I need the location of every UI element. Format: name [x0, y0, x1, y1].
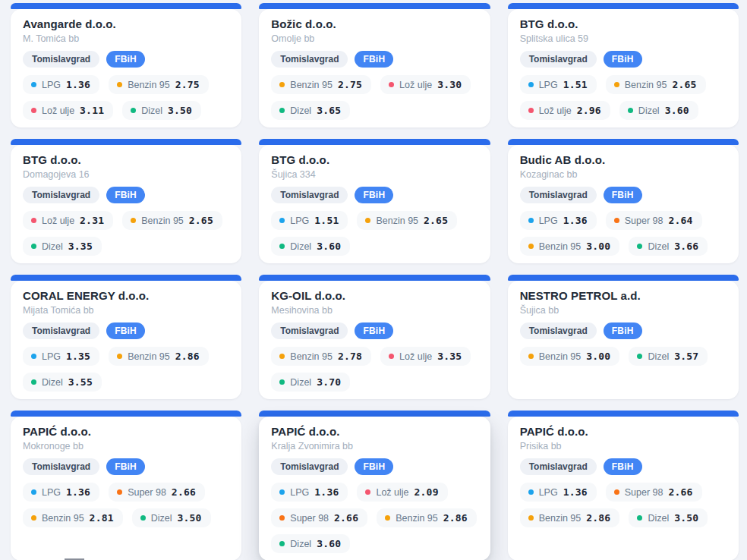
fuel-label: Benzin 95 — [141, 216, 184, 226]
fuel-dot-icon — [528, 489, 534, 495]
entity-badge: FBiH — [355, 51, 393, 68]
station-card[interactable]: BTG d.o.o. Domagojeva 16 Tomislavgrad FB… — [11, 139, 241, 263]
entity-badge: FBiH — [604, 458, 642, 475]
fuel-price: 3.11 — [80, 105, 104, 116]
fuel-label: Benzin 95 — [539, 351, 582, 362]
station-card[interactable]: PAPIĆ d.o.o. Mokronoge bb Tomislavgrad F… — [11, 411, 241, 560]
fuel-price-chip: Super 98 2.66 — [109, 483, 205, 502]
fuel-list: LPG 1.35 Benzin 95 2.86 Dizel 3.55 — [23, 347, 229, 392]
fuel-dot-icon — [31, 489, 36, 495]
fuel-dot-icon — [31, 379, 36, 385]
station-card[interactable]: BTG d.o.o. Šujica 334 Tomislavgrad FBiH … — [259, 139, 490, 263]
fuel-price: 3.35 — [437, 351, 462, 362]
fuel-price-chip: Benzin 95 2.75 — [109, 75, 209, 94]
fuel-price-chip: Lož ulje 3.30 — [380, 75, 471, 94]
station-name: NESTRO PETROL a.d. — [520, 289, 727, 303]
station-card[interactable]: Božic d.o.o. Omolje bb Tomislavgrad FBiH… — [259, 3, 490, 127]
fuel-list: LPG 1.51 Benzin 95 2.65 Lož ulje 2.96 Di… — [520, 75, 727, 120]
city-chip: Tomislavgrad — [271, 322, 348, 339]
station-address: Omolje bb — [271, 33, 478, 44]
fuel-price: 1.36 — [563, 486, 588, 498]
station-address: Splitska ulica 59 — [520, 33, 727, 44]
station-card[interactable]: Avangarde d.o.o. M. Tomića bb Tomislavgr… — [11, 3, 241, 127]
fuel-label: Lož ulje — [42, 216, 74, 226]
fuel-price-chip: Benzin 95 2.65 — [357, 211, 457, 230]
fuel-price: 3.55 — [68, 376, 93, 388]
city-chip: Tomislavgrad — [23, 187, 99, 203]
fuel-dot-icon — [614, 82, 619, 87]
fuel-label: Lož ulje — [539, 105, 572, 116]
fuel-dot-icon — [131, 218, 136, 223]
city-chip: Tomislavgrad — [271, 458, 348, 475]
fuel-price: 3.50 — [178, 512, 202, 524]
fuel-dot-icon — [614, 218, 619, 223]
station-card[interactable]: KG-OIL d.o.o. Mesihovina bb Tomislavgrad… — [259, 275, 490, 399]
entity-badge: FBiH — [355, 322, 393, 339]
fuel-price-chip: LPG 1.51 — [520, 75, 597, 94]
station-name: PAPIĆ d.o.o. — [23, 425, 229, 439]
station-tags: Tomislavgrad FBiH — [520, 187, 727, 203]
station-card[interactable]: NESTRO PETROL a.d. Šujica bb Tomislavgra… — [508, 275, 739, 399]
fuel-label: Dizel — [290, 241, 311, 252]
fuel-price-chip: Benzin 95 2.86 — [377, 508, 477, 527]
fuel-price-chip: Benzin 95 2.75 — [271, 75, 371, 94]
station-tags: Tomislavgrad FBiH — [23, 187, 229, 203]
fuel-price-chip: Lož ulje 2.96 — [520, 101, 610, 120]
fuel-price-chip: LPG 1.36 — [520, 211, 597, 230]
fuel-label: Dizel — [290, 105, 311, 116]
station-card-body: BTG d.o.o. Šujica 334 Tomislavgrad FBiH … — [259, 145, 490, 263]
card-accent-bar — [11, 3, 241, 9]
fuel-price: 2.31 — [80, 215, 104, 226]
fuel-price: 1.35 — [66, 351, 90, 362]
station-address: Kozaginac bb — [520, 169, 727, 180]
fuel-dot-icon — [637, 354, 642, 359]
fuel-dot-icon — [385, 515, 390, 521]
station-card[interactable]: BTG d.o.o. Splitska ulica 59 Tomislavgra… — [508, 3, 739, 127]
fuel-list: LPG 1.36 Super 98 2.66 Benzin 95 2.81 Di… — [23, 483, 229, 527]
city-chip: Tomislavgrad — [271, 187, 348, 203]
fuel-dot-icon — [279, 379, 285, 385]
station-card[interactable]: Budic AB d.o.o. Kozaginac bb Tomislavgra… — [508, 139, 739, 263]
entity-badge: FBiH — [106, 322, 145, 339]
city-chip: Tomislavgrad — [23, 458, 99, 475]
fuel-dot-icon — [31, 354, 36, 359]
fuel-label: Super 98 — [625, 216, 663, 226]
station-tags: Tomislavgrad FBiH — [23, 51, 229, 68]
station-address: Mijata Tomića bb — [23, 305, 229, 316]
fuel-price: 3.66 — [674, 241, 698, 252]
fuel-price-chip: Dizel 3.50 — [629, 508, 708, 527]
station-card[interactable]: CORAL ENERGY d.o.o. Mijata Tomića bb Tom… — [11, 275, 241, 399]
station-card[interactable]: PAPIĆ d.o.o. Prisika bb Tomislavgrad FBi… — [508, 411, 739, 560]
card-accent-bar — [259, 275, 490, 281]
entity-badge: FBiH — [604, 51, 642, 68]
fuel-price: 3.50 — [674, 512, 698, 524]
station-card[interactable]: PAPIĆ d.o.o. Kralja Zvonimira bb Tomisla… — [259, 411, 490, 560]
fuel-dot-icon — [31, 515, 36, 521]
station-name: PAPIĆ d.o.o. — [271, 425, 478, 439]
fuel-label: Dizel — [648, 513, 669, 524]
fuel-dot-icon — [279, 82, 285, 87]
station-name: KG-OIL d.o.o. — [271, 289, 478, 303]
fuel-price: 1.51 — [563, 79, 588, 90]
station-address: M. Tomića bb — [23, 33, 229, 44]
entity-badge: FBiH — [106, 51, 145, 68]
fuel-list: Benzin 95 2.78 Lož ulje 3.35 Dizel 3.70 — [271, 347, 478, 392]
fuel-price: 2.75 — [338, 79, 362, 90]
fuel-price-chip: Dizel 3.55 — [23, 373, 102, 392]
fuel-price: 1.36 — [66, 486, 90, 498]
fuel-dot-icon — [528, 354, 534, 359]
fuel-price: 3.57 — [674, 351, 698, 362]
fuel-price-chip: Dizel 3.60 — [271, 534, 350, 553]
station-address: Prisika bb — [520, 441, 727, 451]
fuel-dot-icon — [528, 244, 534, 249]
fuel-label: Super 98 — [625, 487, 663, 498]
fuel-dot-icon — [528, 515, 534, 521]
station-tags: Tomislavgrad FBiH — [23, 458, 229, 475]
station-address: Mesihovina bb — [271, 305, 478, 316]
fuel-price-chip: Lož ulje 2.31 — [23, 211, 113, 230]
station-name: Avangarde d.o.o. — [23, 17, 229, 31]
fuel-label: Dizel — [42, 377, 63, 388]
fuel-price-chip: LPG 1.36 — [23, 483, 99, 502]
fuel-label: Dizel — [151, 513, 172, 524]
fuel-price-chip: Benzin 95 2.81 — [23, 508, 123, 527]
